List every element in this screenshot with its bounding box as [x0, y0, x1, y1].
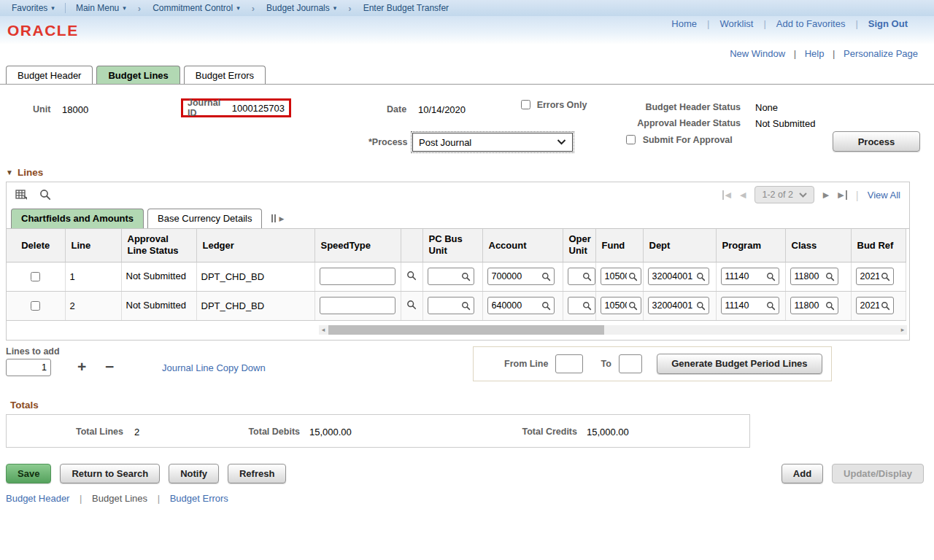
home-link[interactable]: Home	[671, 18, 697, 29]
personalize-page-link[interactable]: Personalize Page	[844, 48, 918, 59]
process-button[interactable]: Process	[833, 131, 920, 152]
refresh-button[interactable]: Refresh	[228, 464, 286, 483]
journal-line-copy-down-link[interactable]: Journal Line Copy Down	[162, 362, 266, 373]
lookup-icon[interactable]	[881, 301, 890, 311]
bud-ref-input[interactable]	[857, 300, 881, 311]
divider: |	[833, 48, 835, 59]
lookup-icon[interactable]	[541, 301, 551, 311]
show-all-columns-icon[interactable]: ▶	[271, 214, 284, 222]
process-select[interactable]: Post Journal	[412, 133, 573, 152]
dept-input[interactable]	[649, 271, 696, 281]
tab-budget-header[interactable]: Budget Header	[6, 66, 93, 84]
first-page-icon[interactable]: ◀	[722, 190, 731, 200]
chevron-down-icon	[557, 139, 566, 145]
add-to-favorites-link[interactable]: Add to Favorites	[776, 18, 846, 29]
errors-only-checkbox[interactable]	[521, 100, 530, 109]
last-page-icon[interactable]: ▶	[838, 190, 846, 200]
program-input[interactable]	[722, 271, 766, 281]
personalize-grid-icon[interactable]	[15, 190, 28, 201]
add-button[interactable]: Add	[781, 464, 823, 483]
row-range-select[interactable]: 1-2 of 2	[754, 186, 814, 203]
breadcrumb-separator-icon: ›	[252, 3, 255, 14]
main-menu[interactable]: Main Menu ▾	[72, 3, 131, 13]
from-line-input[interactable]	[555, 354, 583, 373]
speedtype-input[interactable]	[320, 297, 395, 314]
journal-id-highlight: Journal ID 1000125703	[181, 98, 291, 117]
to-input[interactable]	[619, 354, 642, 373]
oper-unit-input[interactable]	[568, 271, 582, 281]
delete-row-icon[interactable]: −	[105, 358, 114, 376]
ledger-value: DPT_CHD_BD	[196, 262, 314, 291]
lookup-icon[interactable]	[825, 301, 835, 311]
dept-input[interactable]	[649, 300, 696, 311]
worklist-link[interactable]: Worklist	[719, 18, 753, 29]
return-to-search-button[interactable]: Return to Search	[60, 464, 160, 483]
component-tabs: Budget Header Budget Lines Budget Errors	[0, 63, 934, 85]
sign-out-link[interactable]: Sign Out	[868, 18, 908, 29]
speedtype-lookup-icon[interactable]	[406, 300, 417, 310]
class-input[interactable]	[791, 271, 825, 281]
generate-budget-period-lines-button[interactable]: Generate Budget Period Lines	[657, 354, 822, 374]
view-all-link[interactable]: View All	[868, 190, 900, 201]
scrollbar-thumb[interactable]	[328, 325, 604, 335]
lookup-icon[interactable]	[461, 301, 471, 311]
lookup-icon[interactable]	[628, 301, 638, 311]
breadcrumb-separator-icon: ›	[348, 3, 351, 14]
fund-input[interactable]	[601, 271, 628, 281]
notify-button[interactable]: Notify	[169, 464, 219, 483]
help-link[interactable]: Help	[805, 48, 825, 59]
errors-only-label: Errors Only	[537, 100, 587, 110]
lookup-icon[interactable]	[541, 272, 551, 281]
bud-ref-input[interactable]	[857, 271, 881, 281]
grid-scroll-area: ◂ ▸	[7, 321, 909, 340]
new-window-link[interactable]: New Window	[730, 48, 785, 59]
find-icon[interactable]	[39, 189, 51, 201]
horizontal-scrollbar[interactable]: ◂ ▸	[319, 325, 907, 335]
tab-chartfields-and-amounts[interactable]: Chartfields and Amounts	[11, 209, 144, 228]
delete-row-checkbox[interactable]	[31, 272, 40, 281]
divider: |	[707, 18, 709, 29]
breadcrumb-separator-icon: ›	[138, 3, 141, 14]
total-debits-value: 15,000.00	[309, 427, 352, 438]
lookup-icon[interactable]	[628, 272, 638, 281]
pc-bus-unit-input[interactable]	[428, 271, 461, 281]
breadcrumb-commitment-control[interactable]: Commitment Control ▾	[148, 3, 244, 13]
lookup-icon[interactable]	[696, 272, 706, 281]
account-input[interactable]	[488, 271, 541, 281]
speedtype-lookup-icon[interactable]	[406, 271, 417, 281]
budget-header-link[interactable]: Budget Header	[6, 493, 69, 504]
tab-budget-errors[interactable]: Budget Errors	[184, 66, 266, 84]
lookup-icon[interactable]	[766, 272, 776, 281]
speedtype-input[interactable]	[320, 268, 395, 285]
class-input[interactable]	[791, 300, 825, 311]
delete-row-checkbox[interactable]	[31, 301, 40, 311]
add-row-icon[interactable]: +	[77, 358, 86, 376]
tab-budget-lines[interactable]: Budget Lines	[96, 66, 180, 84]
lookup-icon[interactable]	[825, 272, 835, 281]
oper-unit-input[interactable]	[568, 300, 582, 311]
lookup-icon[interactable]	[881, 272, 890, 281]
scroll-right-icon[interactable]: ▸	[898, 325, 907, 335]
submit-for-approval-checkbox[interactable]	[626, 135, 636, 144]
lookup-icon[interactable]	[582, 272, 592, 281]
save-button[interactable]: Save	[6, 464, 51, 483]
lookup-icon[interactable]	[461, 272, 471, 281]
fund-input[interactable]	[601, 300, 628, 311]
col-header-bud-ref: Bud Ref	[851, 229, 906, 262]
pc-bus-unit-input[interactable]	[428, 300, 461, 311]
tab-base-currency-details[interactable]: Base Currency Details	[147, 209, 262, 228]
budget-errors-link[interactable]: Budget Errors	[170, 493, 228, 504]
favorites-menu[interactable]: Favorites ▾	[7, 3, 59, 13]
lines-to-add-input[interactable]	[6, 359, 51, 376]
breadcrumb-budget-journals[interactable]: Budget Journals ▾	[262, 3, 341, 13]
favorites-label: Favorites	[12, 3, 47, 13]
next-page-icon[interactable]: ▶	[823, 190, 829, 200]
lines-section-header[interactable]: ▼ Lines	[6, 167, 934, 178]
account-input[interactable]	[488, 300, 541, 311]
previous-page-icon[interactable]: ◀	[740, 190, 746, 200]
scroll-left-icon[interactable]: ◂	[319, 325, 328, 335]
program-input[interactable]	[722, 300, 766, 311]
lookup-icon[interactable]	[582, 301, 592, 311]
lookup-icon[interactable]	[696, 301, 706, 311]
lookup-icon[interactable]	[766, 301, 776, 311]
